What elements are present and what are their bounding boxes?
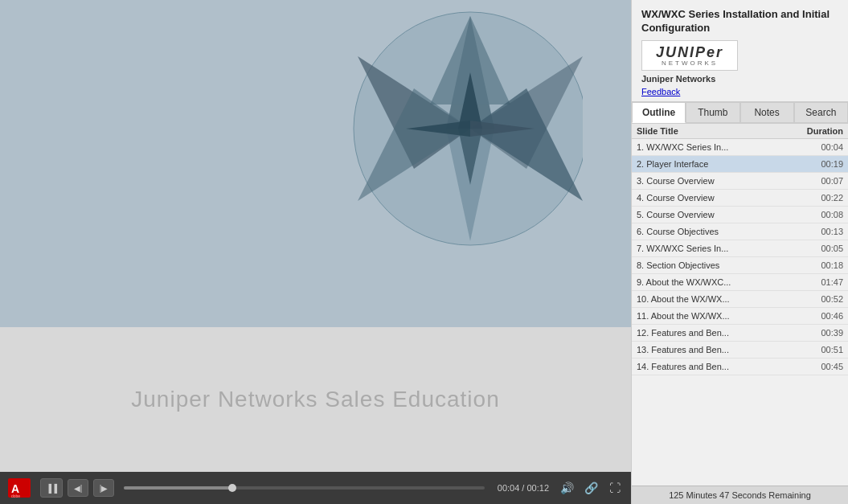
tab-outline[interactable]: Outline — [632, 102, 686, 123]
svg-text:dobe: dobe — [11, 494, 20, 498]
outline-table: Slide Title Duration 1. WX/WXC Series In… — [632, 124, 848, 486]
row-title: 9. About the WX/WXC... — [637, 277, 799, 287]
time-current: 00:04 — [498, 483, 520, 493]
row-duration: 00:07 — [799, 176, 843, 186]
col-duration-header: Duration — [799, 126, 843, 136]
feedback-link[interactable]: Feedback — [641, 87, 680, 96]
next-icon: |▶ — [100, 484, 109, 493]
outline-header: Slide Title Duration — [632, 124, 848, 139]
row-duration: 00:13 — [799, 227, 843, 236]
row-duration: 00:08 — [799, 210, 843, 219]
video-top — [0, 0, 631, 327]
prev-button[interactable]: ◀| — [68, 479, 88, 497]
row-title: 1. WX/WXC Series In... — [637, 142, 799, 152]
outline-row[interactable]: 10. About the WX/WX...00:52 — [632, 291, 848, 308]
volume-button[interactable]: 🔊 — [557, 478, 576, 498]
row-title: 13. Features and Ben... — [637, 345, 799, 354]
adobe-icon: A dobe — [8, 478, 31, 498]
outline-row[interactable]: 1. WX/WXC Series In...00:04 — [632, 139, 848, 156]
attachment-button[interactable]: 🔗 — [581, 478, 600, 498]
row-duration: 00:19 — [799, 159, 843, 169]
row-duration: 00:05 — [799, 244, 843, 253]
prev-icon: ◀| — [74, 484, 83, 493]
control-bar: A dobe ▐▐ ◀| |▶ — [0, 472, 631, 504]
panel-header: WX/WXC Series Installation and Initial C… — [632, 0, 848, 101]
volume-icon: 🔊 — [560, 481, 574, 494]
row-duration: 00:52 — [799, 294, 843, 304]
outline-row[interactable]: 11. About the WX/WX...00:46 — [632, 308, 848, 325]
main-container: Juniper Networks Sales Education A dobe … — [0, 0, 848, 504]
row-title: 6. Course Objectives — [637, 227, 799, 236]
juniper-logo-sub: NETWORKS — [662, 59, 718, 67]
panel-title: WX/WXC Series Installation and Initial C… — [641, 8, 838, 35]
fullscreen-button[interactable]: ⛶ — [605, 478, 625, 498]
progress-thumb — [228, 484, 236, 492]
fullscreen-icon: ⛶ — [609, 481, 621, 494]
progress-area[interactable] — [124, 486, 485, 490]
juniper-logo: JUNIPer NETWORKS — [641, 40, 738, 71]
outline-row[interactable]: 12. Features and Ben...00:39 — [632, 325, 848, 342]
video-area: Juniper Networks Sales Education A dobe … — [0, 0, 631, 504]
progress-track[interactable] — [124, 486, 485, 490]
star-graphic — [309, 8, 583, 265]
outline-list[interactable]: 1. WX/WXC Series In...00:042. Player Int… — [632, 139, 848, 486]
outline-row[interactable]: 14. Features and Ben...00:45 — [632, 359, 848, 375]
video-content: Juniper Networks Sales Education — [0, 0, 631, 472]
row-duration: 00:18 — [799, 260, 843, 270]
row-duration: 00:39 — [799, 328, 843, 338]
tab-search[interactable]: Search — [794, 102, 848, 123]
row-title: 2. Player Interface — [637, 159, 799, 169]
next-button[interactable]: |▶ — [93, 479, 114, 497]
company-text: Juniper Networks Sales Education — [131, 387, 499, 412]
col-title-header: Slide Title — [637, 126, 799, 136]
row-title: 4. Course Overview — [637, 193, 799, 203]
adobe-logo: A dobe — [6, 477, 32, 499]
play-pause-button[interactable]: ▐▐ — [40, 478, 63, 498]
outline-row[interactable]: 13. Features and Ben...00:51 — [632, 342, 848, 359]
row-duration: 00:04 — [799, 142, 843, 152]
row-title: 3. Course Overview — [637, 176, 799, 186]
row-title: 12. Features and Ben... — [637, 328, 799, 338]
panel-logo-area: JUNIPer NETWORKS — [641, 40, 838, 71]
row-title: 8. Section Objectives — [637, 260, 799, 270]
row-title: 11. About the WX/WX... — [637, 311, 799, 321]
right-panel: WX/WXC Series Installation and Initial C… — [631, 0, 848, 504]
row-duration: 00:45 — [799, 362, 843, 371]
tab-notes[interactable]: Notes — [740, 102, 794, 123]
row-duration: 00:22 — [799, 193, 843, 203]
outline-row[interactable]: 7. WX/WXC Series In...00:05 — [632, 240, 848, 257]
company-name: Juniper Networks — [641, 74, 838, 84]
row-title: 10. About the WX/WX... — [637, 294, 799, 304]
time-total: 00:12 — [526, 483, 549, 493]
attachment-icon: 🔗 — [584, 481, 598, 494]
outline-row[interactable]: 3. Course Overview00:07 — [632, 173, 848, 190]
tab-thumb[interactable]: Thumb — [686, 102, 739, 123]
outline-row[interactable]: 9. About the WX/WXC...01:47 — [632, 274, 848, 291]
remaining-text: 125 Minutes 47 Seconds Remaining — [669, 490, 811, 500]
outline-row[interactable]: 5. Course Overview00:08 — [632, 207, 848, 223]
row-title: 5. Course Overview — [637, 210, 799, 219]
remaining-bar: 125 Minutes 47 Seconds Remaining — [632, 486, 848, 504]
row-duration: 01:47 — [799, 277, 843, 287]
outline-row[interactable]: 8. Section Objectives00:18 — [632, 257, 848, 274]
row-title: 7. WX/WXC Series In... — [637, 244, 799, 253]
play-pause-icon: ▐▐ — [46, 484, 57, 493]
row-duration: 00:46 — [799, 311, 843, 321]
row-title: 14. Features and Ben... — [637, 362, 799, 371]
outline-row[interactable]: 2. Player Interface00:19 — [632, 156, 848, 173]
juniper-logo-name: JUNIPer — [656, 44, 723, 61]
progress-fill — [124, 486, 232, 490]
outline-row[interactable]: 6. Course Objectives00:13 — [632, 223, 848, 240]
time-display: 00:04 / 00:12 — [498, 483, 549, 493]
tabs-bar: Outline Thumb Notes Search — [632, 101, 848, 124]
outline-row[interactable]: 4. Course Overview00:22 — [632, 190, 848, 207]
row-duration: 00:51 — [799, 345, 843, 354]
video-bottom: Juniper Networks Sales Education — [0, 327, 631, 472]
